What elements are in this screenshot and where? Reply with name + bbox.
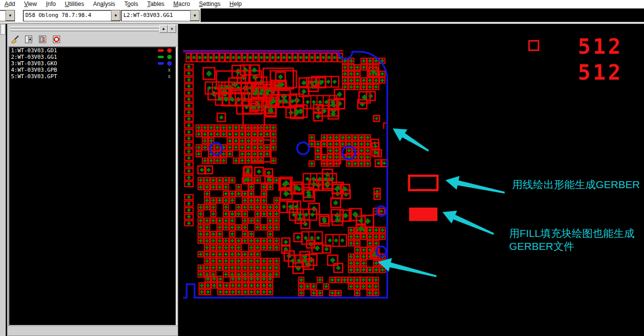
aperture-combo[interactable]: ▼ [0,10,15,21]
brush-icon[interactable] [9,34,20,44]
arrow-icon [393,128,429,152]
menu-utilities[interactable]: Utilities [60,0,89,8]
layer-label[interactable]: 3:WT-03V03.GKO [9,60,57,67]
panel-drag-grip[interactable] [10,26,160,30]
layer-visibility-icon[interactable] [51,34,62,44]
annotation-note: GERBER文件 [509,240,574,252]
menu-view[interactable]: View [19,0,41,8]
menu-tables[interactable]: Tables [143,0,169,8]
menu-settings[interactable]: Settings [195,0,225,8]
arrow-icon [442,211,494,234]
layer-label[interactable]: 5:WT-03V03.GPT [9,73,57,80]
layer-row-2[interactable]: 2:WT-03V03.GG1 [9,54,176,60]
chevron-down-icon[interactable]: ▼ [190,10,199,21]
layer-draw-color-swatch[interactable] [158,49,164,52]
dock-grip[interactable] [0,24,5,35]
add-layers-icon[interactable] [23,34,34,44]
layer-flash-color-swatch[interactable] [167,61,172,66]
callout-arrows [378,128,505,277]
layer-label[interactable]: 1:WT-03V03.GD1 [9,47,57,54]
annotation-note: 用线绘出形能生成GERBER [512,179,640,190]
active-layer-combo[interactable]: L2:WT-03V03.GG1 ▼ [121,10,200,21]
menu-info[interactable]: Info [41,0,60,8]
layer-panel-toolbar [9,33,62,46]
pcb-canvas[interactable]: 512512用线绘出形能生成GERBER用FILL填充块绘图也能生成GERBER… [181,23,644,336]
layer-hidden-icon[interactable]: x [168,67,171,73]
layer-hidden-icon[interactable]: x [168,73,171,80]
fill-demo-rect [409,208,437,221]
line-drawn-demo-rect [409,176,437,190]
layer-row-4[interactable]: 4:WT-03V03.GPBx [9,67,176,73]
layer-panel: ▴ x [7,23,178,336]
application-window: AddViewInfoUtilitiesAnalysisToolsTablesM… [0,0,644,336]
panel-footer [7,326,178,336]
layer-row-5[interactable]: 5:WT-03V03.GPTx [9,73,176,80]
menu-help[interactable]: Help [225,0,246,8]
active-layer-combo-value: L2:WT-03V03.GG1 [121,10,190,21]
menu-macro[interactable]: Macro [169,0,194,8]
layer-row-1[interactable]: 1:WT-03V03.GD1 [9,47,176,54]
layer-draw-color-swatch[interactable] [158,56,164,58]
dcode-combo[interactable]: D58 Oblong 78.7:98.4 ▼ [23,10,120,21]
layer-number-icon[interactable] [37,34,48,44]
chevron-down-icon[interactable]: ▼ [5,10,14,21]
panel-rollup-button[interactable]: ▴ [159,25,168,33]
toolbar-row: ▼ D58 Oblong 78.7:98.4 ▼ L2:WT-03V03.GG1… [0,8,644,22]
layer-flash-color-swatch[interactable] [167,48,172,53]
menu-tools[interactable]: Tools [120,0,143,8]
arrow-icon [445,176,505,194]
menu-bar: AddViewInfoUtilitiesAnalysisToolsTablesM… [0,0,644,8]
layer-label[interactable]: 4:WT-03V03.GPB [9,67,57,73]
dcode-count-label: 512 [578,60,623,85]
layer-draw-color-swatch[interactable] [158,62,164,65]
layer-flash-color-swatch[interactable] [167,55,172,59]
dcode-count-label: 512 [578,34,623,59]
menu-add[interactable]: Add [0,0,19,8]
annotation-note: 用FILL填充块绘图也能生成 [509,227,635,239]
dcode-combo-value: D58 Oblong 78.7:98.4 [23,10,111,21]
layer-label[interactable]: 2:WT-03V03.GG1 [9,54,57,60]
layer-row-3[interactable]: 3:WT-03V03.GKO [9,60,176,67]
panel-close-button[interactable]: x [168,25,176,33]
aperture-marker-square [529,41,538,50]
chevron-down-icon[interactable]: ▼ [111,10,120,21]
aperture-combo-value [0,10,5,21]
toolbar: ▼ D58 Oblong 78.7:98.4 ▼ L2:WT-03V03.GG1… [0,8,201,22]
layer-list: 1:WT-03V03.GD12:WT-03V03.GG13:WT-03V03.G… [8,46,177,326]
menu-analysis[interactable]: Analysis [89,0,120,8]
dock-strip [0,23,6,336]
